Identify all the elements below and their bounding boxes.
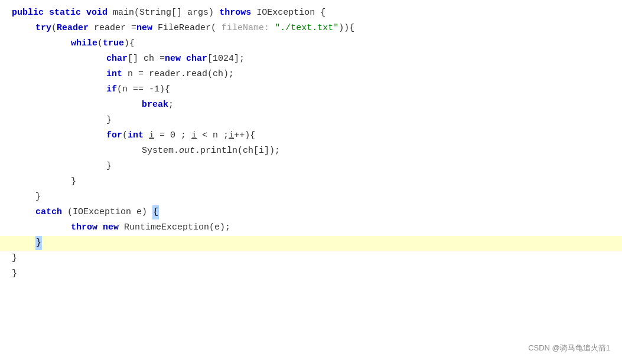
for-space [144,129,149,143]
code-line-6: if (n == -1){ [0,83,622,98]
while-cond: ( [97,37,103,51]
close-brace-main: } [12,251,17,265]
close-brace-catch: } [35,236,42,250]
keyword-char2: char [186,52,207,66]
keyword-static: static [49,6,81,20]
keyword-int: int [106,67,122,81]
code-line-13: } [0,190,622,205]
keyword-true: true [103,37,124,51]
code-line-12: } [0,175,622,190]
code-line-5: int n = reader.read(ch); [0,67,622,83]
out-italic: out [179,144,195,158]
code-line-18: } [0,267,622,282]
for-lt: < n ; [197,129,229,143]
for-inc: ++){ [234,129,255,143]
int-n: n = reader.read(ch); [122,67,234,81]
code-line-9: for ( int i = 0 ; i < n ; i ++){ [0,129,622,144]
keyword-if: if [106,83,117,97]
break-semi: ; [168,98,174,112]
close-brace-class: } [12,267,17,281]
keyword-try: try [35,21,51,35]
keyword-while: while [71,37,97,51]
close-brace-try: } [35,190,41,204]
keyword-catch: catch [35,205,62,219]
keyword-public: public [12,6,44,20]
system-out: System. [142,144,179,158]
try-close: )){ [338,21,354,35]
keyword-int2: int [128,129,144,143]
exception-type: IOException { [256,6,325,20]
watermark: CSDN @骑马龟追火箭1 [528,343,610,353]
type-reader: Reader [57,21,89,35]
keyword-break: break [142,98,168,112]
for-open: ( [122,129,128,143]
char-size: [1024]; [207,52,245,66]
code-line-1: public static void main(String[] args) t… [0,6,622,21]
var-i: i [149,129,154,143]
code-line-11: } [0,159,622,175]
keyword-void: void [86,6,108,20]
keyword-for: for [106,129,122,143]
code-line-17: } [0,251,622,267]
code-line-7: break ; [0,98,622,113]
if-cond: (n == -1){ [117,83,170,97]
string-literal: "./text.txt" [269,21,338,35]
close-brace-while: } [71,175,76,189]
code-line-16: } [0,236,622,251]
code-editor: public static void main(String[] args) t… [0,0,622,364]
var-reader: reader = [89,21,136,35]
var-i3: i [229,129,234,143]
while-open: ){ [124,37,135,51]
filereader: FileReader( [152,21,216,35]
keyword-throw: throw [71,221,97,235]
keyword-char: char [106,52,128,66]
char-array: [] ch = [128,52,165,66]
param-hint-filename: fileName: [216,21,269,35]
println: .println(ch[i]); [195,144,280,158]
keyword-new: new [136,21,152,35]
catch-brace: { [152,205,159,219]
var-i2: i [191,129,197,143]
keyword-new3: new [103,221,119,235]
for-eq: = 0 ; [154,129,191,143]
code-line-2: try ( Reader reader = new FileReader( fi… [0,21,622,37]
method-name: main(String[] args) [113,6,219,20]
code-line-14: catch (IOException e) { [0,205,622,221]
throw-new [97,221,103,235]
code-line-3: while ( true ){ [0,37,622,52]
try-open: ( [51,21,57,35]
code-line-8: } [0,113,622,129]
code-line-4: char [] ch = new char [1024]; [0,52,622,67]
catch-paren: (IOException e) [62,205,152,219]
code-line-15: throw new RuntimeException(e); [0,221,622,236]
char-new [181,52,186,66]
runtime-exception: RuntimeException(e); [119,221,230,235]
close-brace-if: } [106,113,112,127]
keyword-throws: throws [219,6,251,20]
keyword-new2: new [165,52,181,66]
close-brace-for: } [106,159,112,173]
code-line-10: System. out .println(ch[i]); [0,144,622,159]
